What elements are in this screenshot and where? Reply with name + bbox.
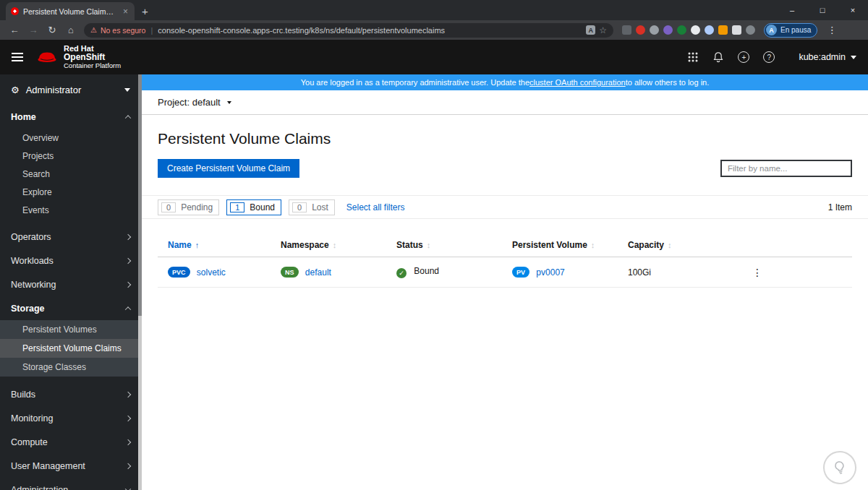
extension-icon[interactable] <box>718 25 728 35</box>
row-kebab-menu-icon[interactable]: ⋮ <box>752 267 762 278</box>
filter-chip-lost[interactable]: 0 Lost <box>289 199 335 215</box>
sidebar-item-explore[interactable]: Explore <box>0 183 142 201</box>
url-text[interactable]: console-openshift-console.apps-crc.testi… <box>158 26 582 35</box>
browser-tab-strip: Persistent Volume Claims - Red H × + – □… <box>0 0 868 20</box>
item-count: 1 Item <box>828 202 852 212</box>
address-bar[interactable]: ⚠ No es seguro | console-openshift-conso… <box>84 23 613 38</box>
sidebar-item-persistent-volume-claims[interactable]: Persistent Volume Claims <box>0 339 142 358</box>
chevron-right-icon <box>125 463 131 469</box>
temp-admin-banner: You are logged in as a temporary adminis… <box>142 74 868 90</box>
column-header-name[interactable]: Name↑ <box>158 233 271 257</box>
extension-icon[interactable] <box>732 25 741 35</box>
sidebar-item-label: Overview <box>22 133 59 143</box>
add-plus-circle-icon[interactable]: + <box>738 51 749 63</box>
extension-icon[interactable] <box>636 25 645 35</box>
column-header-capacity[interactable]: Capacity↕ <box>618 233 742 257</box>
column-header-persistent-volume[interactable]: Persistent Volume↕ <box>502 233 618 257</box>
notifications-bell-icon[interactable] <box>712 51 724 63</box>
sidebar-item-storage-classes[interactable]: Storage Classes <box>0 358 142 377</box>
column-header-actions <box>742 233 852 257</box>
sidebar-item-overview[interactable]: Overview <box>0 129 142 147</box>
browser-menu-icon[interactable]: ⋮ <box>825 25 839 35</box>
help-question-circle-icon[interactable]: ? <box>763 51 775 63</box>
bookmark-star-icon[interactable]: ☆ <box>599 25 607 35</box>
sidebar-item-workloads[interactable]: Workloads <box>0 249 142 272</box>
sidebar-item-networking[interactable]: Networking <box>0 273 142 296</box>
chevron-right-icon <box>125 258 131 264</box>
banner-text-before: You are logged in as a temporary adminis… <box>301 78 529 87</box>
column-header-namespace[interactable]: Namespace↕ <box>271 233 386 257</box>
maximize-button[interactable]: □ <box>807 0 838 20</box>
sidebar-item-compute[interactable]: Compute <box>0 431 142 454</box>
home-icon[interactable]: ⌂ <box>62 25 80 35</box>
extensions-area <box>622 25 755 35</box>
sidebar-item-search[interactable]: Search <box>0 165 142 183</box>
create-pvc-button[interactable]: Create Persistent Volume Claim <box>158 159 299 178</box>
chevron-right-icon <box>125 416 131 421</box>
page-title: Persistent Volume Claims <box>158 130 852 147</box>
reload-icon[interactable]: ↻ <box>43 25 61 35</box>
extension-icon[interactable] <box>663 25 673 35</box>
pvc-name-link[interactable]: solvetic <box>197 267 226 278</box>
sort-icon: ↕ <box>591 241 595 249</box>
app-launcher-grid-icon[interactable] <box>687 51 699 63</box>
minimize-button[interactable]: – <box>777 0 807 20</box>
sidebar-item-storage[interactable]: Storage <box>0 297 142 320</box>
new-tab-button[interactable]: + <box>142 5 148 17</box>
sidebar-item-projects[interactable]: Projects <box>0 147 142 165</box>
extension-icon[interactable] <box>691 25 700 35</box>
extension-icon[interactable] <box>650 25 659 35</box>
filter-chip-bound[interactable]: 1 Bound <box>226 199 281 215</box>
sidebar-item-persistent-volumes[interactable]: Persistent Volumes <box>0 320 142 339</box>
browser-profile-button[interactable]: A En pausa <box>764 23 817 38</box>
pending-label: Pending <box>181 202 213 212</box>
chevron-down-icon <box>125 486 131 490</box>
status-ok-check-icon: ✓ <box>396 268 407 278</box>
sidebar-item-operators[interactable]: Operators <box>0 225 142 249</box>
brand-logo: Red Hat OpenShift Container Platform <box>36 44 121 70</box>
sidebar-item-builds[interactable]: Builds <box>0 383 142 406</box>
filter-chip-pending[interactable]: 0 Pending <box>158 199 219 215</box>
sidebar-item-monitoring[interactable]: Monitoring <box>0 407 142 430</box>
chevron-up-icon <box>125 115 131 121</box>
oauth-config-link[interactable]: cluster OAuth configuration <box>529 78 626 87</box>
project-selector-label: Project: default <box>158 97 221 108</box>
sidebar-item-events[interactable]: Events <box>0 201 142 219</box>
pv-link[interactable]: pv0007 <box>536 267 564 278</box>
extension-icon[interactable] <box>746 25 755 35</box>
security-warning-label[interactable]: No es seguro <box>101 26 145 35</box>
namespace-link[interactable]: default <box>305 267 331 278</box>
select-all-filters-link[interactable]: Select all filters <box>346 202 405 212</box>
sidebar-item-administration[interactable]: Administration <box>0 478 142 490</box>
user-menu[interactable]: kube:admin <box>799 52 856 62</box>
column-label: Namespace <box>281 240 329 250</box>
feedback-lightbulb-button[interactable] <box>820 448 860 488</box>
sidebar-item-label: Administration <box>11 485 68 490</box>
sidebar-item-user-management[interactable]: User Management <box>0 455 142 478</box>
translate-icon[interactable]: A <box>586 25 595 35</box>
tab-close-icon[interactable]: × <box>122 7 129 17</box>
hamburger-menu-icon[interactable] <box>12 51 23 64</box>
perspective-switcher[interactable]: ⚙ Administrator <box>0 74 142 105</box>
forward-icon[interactable]: → <box>25 25 42 35</box>
extension-icon[interactable] <box>705 25 714 35</box>
column-header-status[interactable]: Status↕ <box>386 233 502 257</box>
pending-count: 0 <box>161 202 176 212</box>
back-icon[interactable]: ← <box>6 25 23 35</box>
filter-by-name-input[interactable] <box>720 160 852 177</box>
sidebar-item-label: Persistent Volume Claims <box>22 343 122 353</box>
extension-icon[interactable] <box>622 25 631 35</box>
security-warning-icon: ⚠ <box>90 26 97 34</box>
browser-tab[interactable]: Persistent Volume Claims - Red H × <box>6 2 135 20</box>
bound-label: Bound <box>250 202 275 212</box>
sidebar-item-home[interactable]: Home <box>0 106 142 129</box>
extension-icon[interactable] <box>677 25 686 35</box>
project-selector[interactable]: Project: default <box>158 97 231 108</box>
sidebar-nav: HomeOverviewProjectsSearchExploreEventsO… <box>0 106 142 490</box>
sidebar-item-label: Compute <box>11 437 48 447</box>
pvc-table: Name↑ Namespace↕ Status↕ Persistent Volu… <box>158 233 852 288</box>
sort-icon: ↕ <box>668 241 672 249</box>
close-button[interactable]: × <box>838 0 868 20</box>
chevron-right-icon <box>125 234 131 240</box>
bound-count: 1 <box>230 202 244 212</box>
